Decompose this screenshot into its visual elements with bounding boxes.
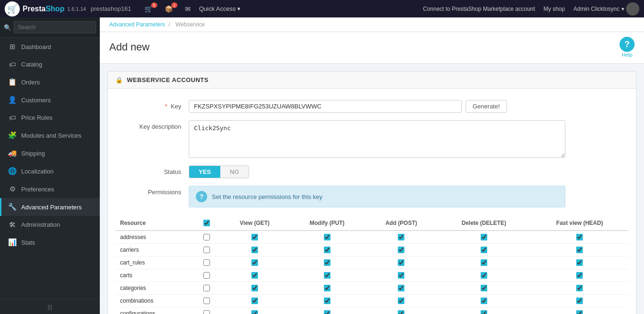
post-checkbox[interactable] [398, 272, 404, 279]
cart-button[interactable]: 🛒 5 [141, 3, 156, 15]
key-description-control-wrap: Click2Sync [189, 120, 628, 158]
delete-checkbox[interactable] [481, 297, 487, 304]
delete-checkbox[interactable] [481, 234, 487, 240]
head-checkbox[interactable] [576, 247, 583, 253]
sidebar-item-localization[interactable]: 🌐 Localization [0, 162, 100, 180]
all-checkbox[interactable] [203, 297, 210, 304]
head-checkbox[interactable] [576, 259, 583, 266]
put-checkbox[interactable] [324, 297, 330, 304]
sidebar-item-preferences[interactable]: ⚙ Preferences [0, 180, 100, 198]
marketplace-link[interactable]: Connect to PrestaShop Marketplace accoun… [423, 6, 535, 12]
table-row: cart_rules [115, 256, 628, 269]
sidebar-item-stats[interactable]: 📊 Stats [0, 233, 100, 251]
help-icon: ? [620, 37, 635, 52]
logo: 🛒 PrestaShop 1.6.1.14 [5, 1, 86, 17]
resource-name: categories [120, 285, 146, 291]
put-checkbox[interactable] [324, 234, 330, 240]
all-checkbox[interactable] [203, 247, 210, 253]
get-checkbox[interactable] [251, 234, 258, 240]
table-row: categories [115, 282, 628, 295]
get-checkbox[interactable] [251, 259, 258, 266]
table-row: carts [115, 269, 628, 282]
col-get: View (GET) [221, 216, 289, 231]
sidebar-item-modules[interactable]: 🧩 Modules and Services [0, 126, 100, 144]
put-checkbox[interactable] [324, 310, 330, 314]
put-checkbox[interactable] [324, 259, 330, 266]
delete-checkbox[interactable] [481, 259, 487, 266]
head-checkbox[interactable] [576, 234, 583, 240]
admin-menu[interactable]: Admin Clicktosync ▾ [573, 2, 639, 16]
help-button[interactable]: ? Help [620, 37, 635, 58]
table-row: addresses [115, 231, 628, 244]
sidebar-item-customers[interactable]: 👤 Customers [0, 91, 100, 109]
head-checkbox[interactable] [576, 272, 583, 279]
key-description-textarea[interactable]: Click2Sync [189, 120, 565, 158]
sidebar-item-administration[interactable]: 🛠 Administration [0, 216, 100, 233]
dashboard-icon: ⊞ [8, 42, 16, 51]
card-header: 🔒 WEBSERVICE ACCOUNTS [108, 72, 636, 89]
generate-button[interactable]: Generate! [466, 100, 507, 113]
all-checkbox[interactable] [203, 272, 210, 279]
delete-checkbox[interactable] [481, 272, 487, 279]
administration-icon: 🛠 [8, 221, 16, 229]
key-description-row: Key description Click2Sync [108, 116, 636, 162]
put-checkbox[interactable] [324, 247, 330, 253]
post-checkbox[interactable] [398, 234, 404, 240]
orders-button[interactable]: 📦 1 [161, 3, 177, 15]
table-row: combinations [115, 295, 628, 307]
head-checkbox[interactable] [576, 310, 583, 314]
col-delete: Delete (DELETE) [437, 216, 531, 231]
quick-access-button[interactable]: Quick Access ▾ [199, 5, 241, 12]
post-checkbox[interactable] [398, 285, 404, 291]
all-checkbox[interactable] [203, 259, 210, 266]
sidebar-item-catalog[interactable]: 🏷 Catalog [0, 56, 100, 73]
top-navigation: 🛒 PrestaShop 1.6.1.14 prestashop161 🛒 5 … [0, 0, 644, 17]
get-checkbox[interactable] [251, 297, 258, 304]
all-header-checkbox[interactable] [203, 220, 210, 226]
get-checkbox[interactable] [251, 285, 258, 291]
lock-icon: 🔒 [115, 76, 123, 83]
resource-name: configurations [120, 310, 155, 314]
status-yes-button[interactable]: YES [189, 166, 220, 178]
head-checkbox[interactable] [576, 285, 583, 291]
customers-icon: 👤 [8, 96, 16, 104]
key-description-label: Key description [115, 120, 181, 130]
get-checkbox[interactable] [251, 310, 258, 314]
put-checkbox[interactable] [324, 285, 330, 291]
col-all [193, 216, 221, 231]
get-checkbox[interactable] [251, 247, 258, 253]
permissions-table: Resource View (GET) Modify (PUT) Add (PO… [115, 216, 628, 314]
breadcrumb-current: Webservice [176, 21, 205, 28]
delete-checkbox[interactable] [481, 310, 487, 314]
post-checkbox[interactable] [398, 310, 404, 314]
sidebar-item-orders[interactable]: 📋 Orders [0, 73, 100, 91]
all-checkbox[interactable] [203, 310, 210, 314]
all-checkbox[interactable] [203, 285, 210, 291]
post-checkbox[interactable] [398, 297, 404, 304]
sidebar-item-dashboard[interactable]: ⊞ Dashboard [0, 38, 100, 56]
orders-icon: 📋 [8, 78, 16, 86]
post-checkbox[interactable] [398, 259, 404, 266]
search-input[interactable] [14, 21, 96, 33]
head-checkbox[interactable] [576, 297, 583, 304]
put-checkbox[interactable] [324, 272, 330, 279]
key-input[interactable] [189, 100, 462, 113]
all-checkbox[interactable] [203, 234, 210, 240]
messages-button[interactable]: ✉ [181, 3, 194, 15]
cart-badge: 5 [151, 2, 157, 8]
post-checkbox[interactable] [398, 247, 404, 253]
sidebar-item-advanced-parameters[interactable]: 🔧 Advanced Parameters [0, 198, 100, 216]
sidebar-item-price-rules[interactable]: 🏷 Price Rules [0, 109, 100, 126]
delete-checkbox[interactable] [481, 247, 487, 253]
sidebar-item-shipping[interactable]: 🚚 Shipping [0, 144, 100, 162]
breadcrumb-parent-link[interactable]: Advanced Parameters [109, 21, 165, 28]
status-control-wrap: YES NO [189, 165, 628, 178]
delete-checkbox[interactable] [481, 285, 487, 291]
permissions-label: Permissions [115, 186, 181, 196]
get-checkbox[interactable] [251, 272, 258, 279]
status-no-button[interactable]: NO [220, 166, 249, 178]
stats-icon: 📊 [8, 238, 16, 247]
key-row: * Key Generate! [108, 96, 636, 116]
my-shop-link[interactable]: My shop [540, 6, 569, 12]
sidebar-collapse-button[interactable]: ||| [0, 299, 100, 314]
